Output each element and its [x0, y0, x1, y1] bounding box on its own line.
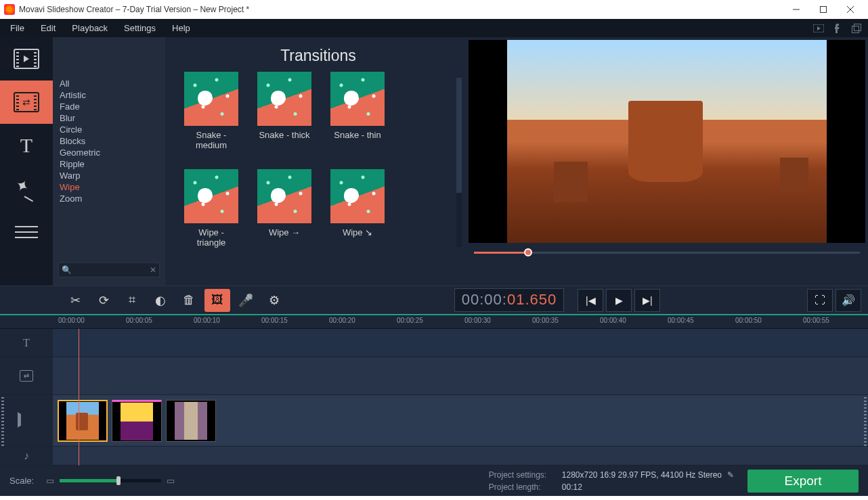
transition-thumb[interactable]: Wipe → — [257, 169, 311, 248]
ruler-tick: 00:00:15 — [261, 317, 288, 324]
preview-viewport[interactable] — [469, 40, 865, 243]
play-button[interactable]: ▶ — [606, 289, 632, 312]
menu-help[interactable]: Help — [164, 20, 198, 36]
thumb-label: Snake - thin — [330, 130, 385, 140]
menubar: File Edit Playback Settings Help — [0, 19, 868, 37]
edit-settings-icon[interactable]: ✎ — [727, 469, 734, 481]
track-transitions[interactable]: ⇄ — [0, 357, 868, 395]
menu-playback[interactable]: Playback — [64, 20, 116, 36]
window-title: Movavi Slideshow Creator – 7-Day Trial V… — [19, 5, 783, 14]
project-length-value: 00:12 — [562, 481, 582, 493]
category-search-input[interactable]: 🔍 ✕ — [58, 263, 160, 277]
category-blur[interactable]: Blur — [53, 112, 165, 124]
next-button[interactable]: ▶| — [634, 289, 660, 312]
thumb-label: Wipe ↘ — [330, 227, 385, 237]
transition-thumb[interactable]: Snake - thick — [257, 72, 311, 150]
tab-more[interactable] — [0, 210, 53, 254]
popup-icon[interactable] — [849, 21, 864, 36]
timeline-clip[interactable] — [166, 400, 216, 442]
crop-icon: ⌗ — [129, 293, 135, 307]
scale-slider[interactable] — [60, 479, 161, 482]
ruler-tick: 00:00:20 — [329, 317, 355, 324]
category-artistic[interactable]: Artistic — [53, 89, 165, 101]
window-titlebar: Movavi Slideshow Creator – 7-Day Trial V… — [0, 0, 868, 19]
titles-icon: T — [20, 134, 32, 157]
fullscreen-icon: ⛶ — [815, 294, 825, 306]
search-icon: 🔍 — [62, 265, 72, 275]
category-blocks[interactable]: Blocks — [53, 135, 165, 147]
timeline-ruler[interactable]: 00:00:0000:00:0500:00:1000:00:1500:00:20… — [0, 314, 868, 329]
transition-thumb[interactable]: Wipe - triangle — [184, 169, 238, 248]
thumb-label: Snake - thick — [257, 130, 311, 140]
track-audio[interactable]: ♪ — [0, 447, 868, 465]
svg-rect-7 — [854, 24, 861, 30]
ruler-tick: 00:00:35 — [532, 317, 559, 324]
tab-effects[interactable]: ✦⎯ — [0, 167, 53, 210]
wand-icon: ✦⎯ — [12, 175, 41, 202]
record-button[interactable]: 🎤 — [233, 289, 259, 312]
zoom-in-icon[interactable]: ▭ — [167, 476, 175, 486]
project-settings-value: 1280x720 16:9 29.97 FPS, 44100 Hz Stereo — [562, 469, 722, 481]
image-icon: 🖼 — [211, 293, 223, 307]
tab-titles[interactable]: T — [0, 124, 53, 167]
timeline-clip[interactable] — [112, 400, 162, 442]
scissors-icon: ✂ — [70, 293, 81, 308]
timeline-clip[interactable] — [58, 400, 108, 442]
project-settings-key: Project settings: — [489, 469, 562, 481]
crop-button[interactable]: ⌗ — [119, 289, 145, 312]
category-all[interactable]: All — [53, 78, 165, 89]
youtube-icon[interactable] — [811, 21, 826, 36]
playhead[interactable] — [79, 329, 79, 465]
category-zoom[interactable]: Zoom — [53, 193, 165, 204]
titles-track-icon: T — [23, 337, 30, 349]
tracks: T ⇄ ♪ — [0, 329, 868, 465]
window-close-button[interactable] — [837, 0, 864, 19]
volume-icon: 🔊 — [842, 294, 855, 306]
category-geometric[interactable]: Geometric — [53, 147, 165, 158]
menu-settings[interactable]: Settings — [116, 20, 164, 36]
seek-bar[interactable] — [474, 247, 860, 258]
transition-wizard-button[interactable]: 🖼 — [204, 289, 230, 312]
menu-edit[interactable]: Edit — [32, 20, 64, 36]
track-video[interactable] — [0, 395, 868, 447]
svg-rect-6 — [852, 26, 859, 32]
preview-panel — [466, 37, 868, 286]
export-button[interactable]: Export — [747, 470, 859, 493]
prev-button[interactable]: |◀ — [578, 289, 603, 312]
ruler-tick: 00:00:55 — [803, 317, 829, 324]
category-circle[interactable]: Circle — [53, 124, 165, 135]
category-wipe[interactable]: Wipe — [53, 181, 165, 193]
zoom-out-icon[interactable]: ▭ — [46, 476, 54, 486]
settings-button[interactable]: ⚙ — [261, 289, 287, 312]
fullscreen-button[interactable]: ⛶ — [807, 289, 833, 312]
window-maximize-button[interactable] — [810, 0, 837, 19]
volume-button[interactable]: 🔊 — [836, 289, 861, 312]
transition-thumb[interactable]: Wipe ↘ — [330, 169, 385, 248]
category-ripple[interactable]: Ripple — [53, 158, 165, 170]
facebook-icon[interactable] — [830, 21, 845, 36]
track-titles[interactable]: T — [0, 329, 868, 357]
mic-icon: 🎤 — [238, 293, 253, 308]
color-button[interactable]: ◐ — [148, 289, 173, 312]
transitions-icon: ⇄ — [14, 92, 39, 112]
category-fade[interactable]: Fade — [53, 101, 165, 112]
panel-scrollbar[interactable] — [456, 78, 462, 247]
project-length-key: Project length: — [489, 481, 562, 493]
category-column: All Artistic Fade Blur Circle Blocks Geo… — [53, 37, 165, 286]
window-minimize-button[interactable] — [783, 0, 810, 19]
clear-search-icon[interactable]: ✕ — [150, 265, 156, 275]
contrast-icon: ◐ — [155, 293, 166, 308]
trash-icon: 🗑 — [183, 293, 195, 307]
thumb-label: Wipe - triangle — [184, 227, 238, 248]
delete-button[interactable]: 🗑 — [176, 289, 202, 312]
status-bar: Scale: ▭ ▭ Project settings: 1280x720 16… — [0, 465, 868, 496]
tab-transitions[interactable]: ⇄ — [0, 81, 53, 124]
ruler-tick: 00:00:10 — [194, 317, 220, 324]
cut-button[interactable]: ✂ — [62, 289, 88, 312]
transition-thumb[interactable]: Snake - thin — [330, 72, 385, 150]
transition-thumb[interactable]: Snake - medium — [184, 72, 238, 150]
menu-file[interactable]: File — [2, 20, 32, 36]
tab-media[interactable] — [0, 37, 53, 81]
category-warp[interactable]: Warp — [53, 170, 165, 181]
undo-button[interactable]: ⟳ — [91, 289, 116, 312]
